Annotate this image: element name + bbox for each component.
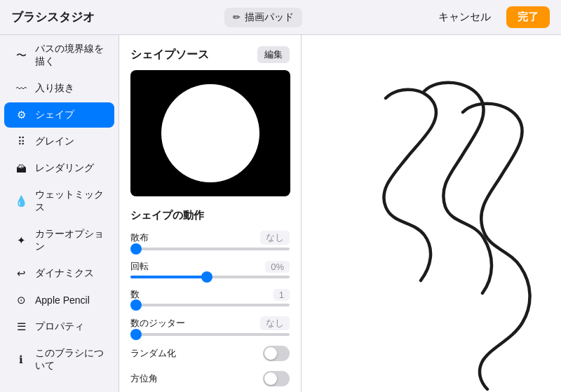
sidebar-item-rendering[interactable]: 🏔 レンダリング bbox=[4, 156, 114, 181]
shape-icon: ⚙ bbox=[14, 109, 28, 121]
sidebar-label-apple-pencil: Apple Pencil bbox=[35, 295, 90, 306]
param-rotation: 回転 0% bbox=[130, 260, 290, 278]
sidebar-item-wet-mix[interactable]: 💧 ウェットミックス bbox=[4, 182, 114, 220]
sidebar-label-shape: シェイプ bbox=[35, 109, 74, 121]
param-count-jitter: 数のジッター なし bbox=[130, 316, 290, 336]
sidebar-item-apple-pencil[interactable]: ⊙ Apple Pencil bbox=[4, 288, 114, 313]
rotation-slider[interactable] bbox=[130, 276, 290, 278]
shape-preview bbox=[130, 70, 290, 196]
sidebar-label-dynamics: ダイナミクス bbox=[35, 267, 94, 280]
scatter-value: なし bbox=[260, 231, 290, 245]
grain-icon: ⠿ bbox=[14, 135, 28, 148]
behavior-title: シェイプの動作 bbox=[130, 209, 290, 222]
taper-icon: 〰 bbox=[14, 83, 28, 95]
rotation-value: 0% bbox=[265, 261, 290, 273]
app-title: ブラシスタジオ bbox=[11, 9, 95, 25]
sidebar-item-dynamics[interactable]: ↩ ダイナミクス bbox=[4, 261, 114, 286]
sidebar-label-color-options: カラーオプション bbox=[35, 228, 104, 253]
stroke-icon: 〜 bbox=[14, 49, 28, 62]
sidebar-label-stroke-path: パスの境界線を描く bbox=[35, 43, 104, 68]
sidebar-item-about[interactable]: ℹ このブラシについて bbox=[4, 341, 114, 379]
shape-source-header: シェイプソース 編集 bbox=[130, 46, 290, 63]
sidebar-label-wet-mix: ウェットミックス bbox=[35, 189, 104, 214]
sidebar-item-grain[interactable]: ⠿ グレイン bbox=[4, 129, 114, 154]
wet-mix-icon: 💧 bbox=[14, 195, 28, 208]
count-slider[interactable] bbox=[130, 304, 290, 306]
count-jitter-value: なし bbox=[260, 316, 290, 330]
azimuth-toggle[interactable] bbox=[263, 371, 290, 386]
drawing-canvas[interactable] bbox=[302, 35, 561, 392]
sidebar-item-stroke-path[interactable]: 〜 パスの境界線を描く bbox=[4, 36, 114, 74]
count-value: 1 bbox=[273, 289, 290, 301]
apple-pencil-icon: ⊙ bbox=[14, 294, 28, 306]
scatter-label: 散布 bbox=[130, 231, 149, 244]
sidebar-label-about: このブラシについて bbox=[35, 347, 104, 372]
sidebar-label-rendering: レンダリング bbox=[35, 162, 94, 175]
shape-circle bbox=[161, 84, 259, 182]
properties-icon: ☰ bbox=[14, 320, 28, 333]
param-count: 数 1 bbox=[130, 288, 290, 306]
sidebar: 〜 パスの境界線を描く 〰 入り抜き ⚙ シェイプ ⠿ グレイン 🏔 レンダリン… bbox=[0, 35, 119, 392]
toggle-randomize: ランダム化 bbox=[130, 346, 290, 361]
drawing-pad-label: 描画パッド bbox=[245, 11, 294, 24]
rotation-label: 回転 bbox=[130, 260, 149, 273]
sidebar-label-properties: プロパティ bbox=[35, 320, 84, 333]
about-icon: ℹ bbox=[14, 353, 28, 366]
toggle-azimuth: 方位角 bbox=[130, 371, 290, 386]
edit-button[interactable]: 編集 bbox=[257, 46, 290, 63]
drawing-pad-button[interactable]: ✏ 描画パッド bbox=[224, 8, 302, 27]
color-options-icon: ✦ bbox=[14, 234, 28, 247]
pencil-icon: ✏ bbox=[233, 12, 241, 22]
randomize-knob bbox=[264, 347, 277, 360]
param-scatter: 散布 なし bbox=[130, 231, 290, 250]
randomize-toggle[interactable] bbox=[263, 346, 290, 361]
count-jitter-slider[interactable] bbox=[130, 333, 290, 336]
top-bar-actions: キャンセル 完了 bbox=[431, 6, 550, 28]
randomize-label: ランダム化 bbox=[130, 347, 176, 360]
shape-source-title: シェイプソース bbox=[130, 48, 209, 62]
sidebar-item-properties[interactable]: ☰ プロパティ bbox=[4, 314, 114, 339]
rendering-icon: 🏔 bbox=[14, 163, 28, 175]
azimuth-label: 方位角 bbox=[130, 372, 158, 385]
sidebar-label-grain: グレイン bbox=[35, 135, 74, 148]
sidebar-item-color-options[interactable]: ✦ カラーオプション bbox=[4, 222, 114, 259]
scatter-slider[interactable] bbox=[130, 248, 290, 250]
done-button[interactable]: 完了 bbox=[506, 6, 550, 28]
count-jitter-label: 数のジッター bbox=[130, 317, 185, 330]
sidebar-item-shape[interactable]: ⚙ シェイプ bbox=[4, 102, 114, 128]
main-layout: 〜 パスの境界線を描く 〰 入り抜き ⚙ シェイプ ⠿ グレイン 🏔 レンダリン… bbox=[0, 35, 561, 392]
dynamics-icon: ↩ bbox=[14, 267, 28, 280]
canvas-svg bbox=[302, 35, 561, 392]
sidebar-item-taper[interactable]: 〰 入り抜き bbox=[4, 76, 114, 101]
sidebar-label-taper: 入り抜き bbox=[35, 82, 74, 95]
cancel-button[interactable]: キャンセル bbox=[431, 6, 498, 28]
middle-panel: シェイプソース 編集 シェイプの動作 散布 なし 回転 0% bbox=[119, 35, 302, 392]
azimuth-knob bbox=[264, 372, 277, 385]
top-bar: ブラシスタジオ ✏ 描画パッド キャンセル 完了 bbox=[0, 0, 561, 35]
